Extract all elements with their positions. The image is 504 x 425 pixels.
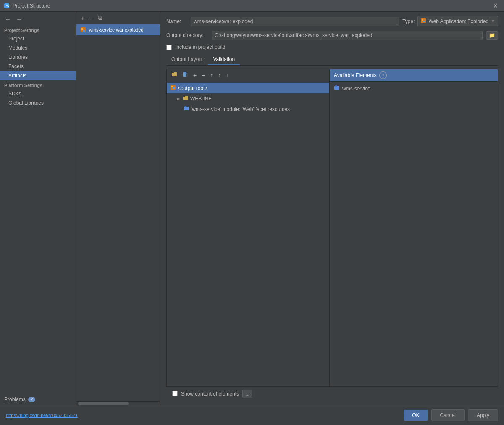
type-label: Type: xyxy=(402,18,415,24)
scrollbar-thumb xyxy=(78,402,129,405)
title-bar: PS Project Structure ✕ xyxy=(0,0,504,12)
available-item-wms-service[interactable]: wms-service xyxy=(330,83,498,94)
folder-icon: 📁 xyxy=(489,32,495,38)
include-project-build-checkbox[interactable] xyxy=(166,45,172,50)
show-content-checkbox-wrapper xyxy=(172,391,178,397)
layout-toolbar: + − ↕ ↑ ↓ xyxy=(167,69,329,81)
svg-rect-4 xyxy=(83,30,85,32)
artifact-item-label: wms-service:war exploded xyxy=(89,27,144,32)
create-dir-icon xyxy=(171,72,177,79)
svg-rect-12 xyxy=(184,107,189,110)
footer: https://blog.csdn.net/m0x52835521 OK Can… xyxy=(0,405,504,425)
project-settings-header: Project Settings xyxy=(0,25,76,34)
war-exploded-icon xyxy=(80,26,87,33)
type-icon xyxy=(420,18,426,25)
tab-output-layout[interactable]: Output Layout xyxy=(166,54,208,65)
layout-folder-btn[interactable] xyxy=(169,71,179,79)
include-project-build-row: Include in project build xyxy=(166,44,498,50)
svg-rect-11 xyxy=(173,87,175,89)
sidebar-item-artifacts[interactable]: Artifacts xyxy=(0,71,76,80)
name-input[interactable] xyxy=(191,17,399,26)
type-select-text: Web Application: Exploded xyxy=(429,18,489,24)
output-root-icon xyxy=(170,84,176,92)
sidebar-item-sdks[interactable]: SDKs xyxy=(0,89,76,98)
title-bar-title: Project Structure xyxy=(13,3,50,9)
platform-settings-header: Platform Settings xyxy=(0,80,76,89)
module-icon xyxy=(334,85,340,92)
svg-rect-15 xyxy=(335,85,337,87)
sidebar-item-facets[interactable]: Facets xyxy=(0,62,76,71)
apply-button[interactable]: Apply xyxy=(468,409,498,421)
output-dir-input[interactable] xyxy=(212,31,483,40)
problems-label: Problems xyxy=(4,396,26,402)
layout-sort-btn[interactable]: ↕ xyxy=(208,71,215,79)
svg-rect-6 xyxy=(422,19,423,21)
sidebar-item-project[interactable]: Project xyxy=(0,34,76,43)
file-icon xyxy=(182,72,188,79)
tree-item-output-root[interactable]: <output root> xyxy=(167,83,329,93)
sidebar-item-global-libraries[interactable]: Global Libraries xyxy=(0,98,76,108)
footer-url[interactable]: https://blog.csdn.net/m0x52835521 xyxy=(6,413,400,418)
svg-rect-10 xyxy=(171,86,173,87)
svg-rect-14 xyxy=(334,86,339,90)
layout-file-btn[interactable] xyxy=(180,71,190,79)
nav-forward-button[interactable]: → xyxy=(14,15,24,24)
output-dir-row: Output directory: 📁 xyxy=(166,31,498,40)
cancel-button[interactable]: Cancel xyxy=(431,409,465,421)
app-icon: PS xyxy=(3,3,10,9)
facet-icon xyxy=(184,106,189,113)
add-artifact-button[interactable]: + xyxy=(79,14,87,22)
ok-button[interactable]: OK xyxy=(404,410,428,421)
tree-item-web-inf[interactable]: ▶ WEB-INF xyxy=(173,93,329,104)
layout-up-btn[interactable]: ↑ xyxy=(216,71,223,79)
horizontal-scrollbar[interactable] xyxy=(76,401,160,405)
svg-text:PS: PS xyxy=(5,4,9,8)
name-label: Name: xyxy=(166,18,187,24)
tab-validation[interactable]: Validation xyxy=(208,54,240,65)
artifact-toolbar: + − ⧉ xyxy=(76,12,160,24)
sidebar: ← → Project Settings Project Modules Lib… xyxy=(0,12,76,405)
svg-rect-3 xyxy=(81,28,83,30)
artifact-list-panel: + − ⧉ wms-service:war exploded xyxy=(76,12,160,405)
sidebar-item-problems[interactable]: Problems 2 xyxy=(0,394,76,405)
artifact-item-wms-war-exploded[interactable]: wms-service:war exploded xyxy=(76,24,160,35)
chevron-down-icon: ▼ xyxy=(491,19,495,24)
layout-left: + − ↕ ↑ ↓ xyxy=(167,69,330,386)
folder-closed-icon xyxy=(183,95,189,102)
ellipsis-button[interactable]: ... xyxy=(242,390,252,398)
problems-badge: 2 xyxy=(28,397,36,402)
layout-add-btn[interactable]: + xyxy=(191,71,199,79)
type-wrapper: Type: Web Application: Exploded ▼ xyxy=(402,16,498,26)
type-select[interactable]: Web Application: Exploded ▼ xyxy=(417,16,498,26)
svg-rect-13 xyxy=(185,106,186,107)
browse-button[interactable]: 📁 xyxy=(486,31,498,40)
detail-panel: Name: Type: Web Application: Exploded ▼ xyxy=(160,12,504,405)
svg-rect-7 xyxy=(423,21,425,22)
tree-item-output-root-label: <output root> xyxy=(178,85,207,91)
sidebar-nav: ← → xyxy=(0,13,76,25)
artifact-list: wms-service:war exploded xyxy=(76,24,160,401)
layout-tree: <output root> ▶ WEB-INF xyxy=(167,81,329,386)
close-button[interactable]: ✕ xyxy=(491,2,501,10)
expand-arrow-icon: ▶ xyxy=(177,96,180,101)
title-bar-left: PS Project Structure xyxy=(3,3,50,9)
output-layout-container: + − ↕ ↑ ↓ xyxy=(166,69,498,387)
layout-down-btn[interactable]: ↓ xyxy=(224,71,231,79)
sidebar-item-libraries[interactable]: Libraries xyxy=(0,53,76,62)
include-project-build-label: Include in project build xyxy=(175,44,225,50)
available-items-list: wms-service xyxy=(330,82,498,386)
available-elements-header: Available Elements ? xyxy=(330,69,498,82)
tree-item-web-inf-label: WEB-INF xyxy=(190,96,212,102)
detail-tabs: Output Layout Validation xyxy=(166,54,498,66)
sidebar-item-modules[interactable]: Modules xyxy=(0,43,76,53)
remove-artifact-button[interactable]: − xyxy=(87,14,95,22)
tree-item-wms-facet[interactable]: 'wms-service' module: 'Web' facet resour… xyxy=(180,104,329,114)
help-button[interactable]: ? xyxy=(379,71,387,79)
show-content-label: Show content of elements xyxy=(181,391,239,397)
show-content-checkbox[interactable] xyxy=(172,391,178,396)
bottom-content: Show content of elements ... xyxy=(166,387,498,401)
layout-remove-btn[interactable]: − xyxy=(200,71,207,79)
nav-back-button[interactable]: ← xyxy=(3,15,13,24)
copy-artifact-button[interactable]: ⧉ xyxy=(96,13,104,22)
output-dir-label: Output directory: xyxy=(166,32,208,38)
